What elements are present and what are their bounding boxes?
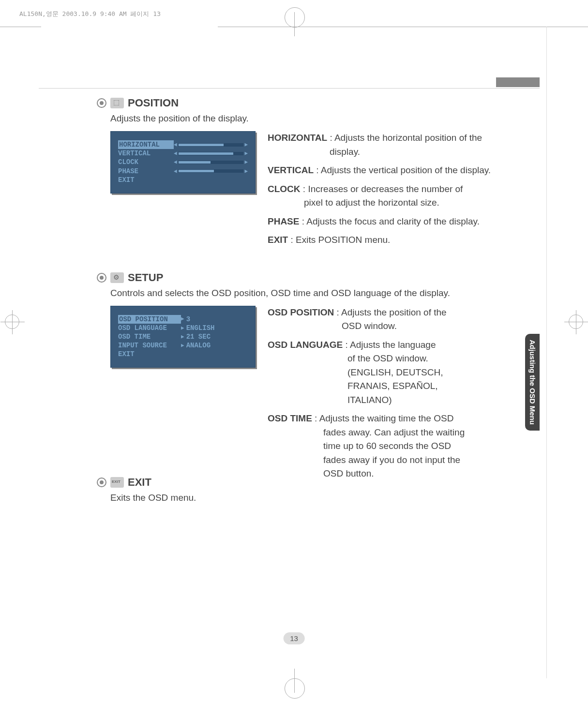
definition-term: VERTICAL bbox=[268, 165, 314, 175]
definition-text: : Adjusts the waiting time the OSD bbox=[312, 413, 454, 423]
definition-term: OSD LANGUAGE bbox=[268, 340, 343, 350]
section-title: EXIT bbox=[128, 476, 151, 489]
slider-left-arrow-icon: ◀ bbox=[174, 141, 177, 148]
right-arrow-icon: ▶ bbox=[181, 325, 184, 331]
right-arrow-icon: ▶ bbox=[181, 315, 184, 322]
definition-term: OSD POSITION bbox=[268, 307, 334, 317]
osd-label: OSD TIME bbox=[118, 332, 181, 341]
osd-row: OSD POSITION▶ 3 bbox=[118, 315, 248, 324]
section-description: Exits the OSD menu. bbox=[110, 493, 540, 503]
definition-text: : Increases or decreases the number of bbox=[301, 184, 463, 194]
definition: VERTICAL : Adjusts the vertical position… bbox=[268, 164, 540, 178]
right-arrow-icon: ▶ bbox=[181, 333, 184, 340]
slider-right-arrow-icon: ▶ bbox=[244, 150, 248, 157]
section-header: SETUP bbox=[97, 271, 540, 284]
osd-label: EXIT bbox=[118, 176, 174, 184]
definition-continuation: of the OSD window. bbox=[268, 352, 540, 366]
thumb-tab-top bbox=[496, 77, 540, 87]
definition-text: : Adjusts the focus and clarity of the d… bbox=[299, 216, 479, 226]
slider-left-arrow-icon: ◀ bbox=[174, 168, 177, 175]
crop-line-left bbox=[0, 27, 41, 27]
definition: OSD LANGUAGE : Adjusts the languageof th… bbox=[268, 338, 540, 407]
osd-slider: ◀▶ bbox=[174, 141, 248, 148]
osd-value: ▶ ENGLISH bbox=[181, 324, 214, 332]
setup-definitions: OSD POSITION : Adjusts the position of t… bbox=[268, 306, 540, 486]
osd-row: EXIT bbox=[118, 176, 248, 184]
definition: OSD POSITION : Adjusts the position of t… bbox=[268, 306, 540, 333]
definition-text: : Adjusts the position of the bbox=[334, 307, 446, 317]
osd-row: OSD TIME▶ 21 SEC bbox=[118, 332, 248, 341]
slider-track bbox=[178, 143, 244, 147]
section-title: SETUP bbox=[128, 271, 163, 284]
osd-value-text: ENGLISH bbox=[186, 324, 215, 332]
definition-continuation: OSD window. bbox=[268, 319, 540, 333]
definition-continuation: time up to 60 seconds the OSD bbox=[268, 439, 540, 453]
slider-track bbox=[178, 169, 244, 173]
section-header: POSITION bbox=[97, 97, 540, 109]
slider-track bbox=[178, 152, 244, 155]
osd-row: OSD LANGUAGE▶ ENGLISH bbox=[118, 324, 248, 332]
registration-right bbox=[569, 314, 583, 329]
definition: CLOCK : Increases or decreases the numbe… bbox=[268, 182, 540, 210]
osd-value-text: 21 SEC bbox=[186, 332, 211, 341]
osd-row: HORIZONTAL◀▶ bbox=[118, 140, 248, 149]
print-header: AL150N,영문 2003.10.9 9:40 AM 페이지 13 bbox=[19, 10, 161, 18]
definition: PHASE : Adjusts the focus and clarity of… bbox=[268, 215, 540, 229]
section-description: Adjusts the position of the display. bbox=[110, 113, 540, 124]
osd-position-screenshot: HORIZONTAL◀▶VERTICAL◀▶CLOCK◀▶PHASE◀▶EXIT bbox=[110, 131, 256, 194]
osd-label: EXIT bbox=[118, 350, 181, 358]
osd-label: VERTICAL bbox=[118, 149, 174, 158]
osd-slider: ◀▶ bbox=[174, 168, 248, 175]
definition-continuation: pixel to adjust the horizontal size. bbox=[268, 196, 540, 210]
bullet-icon bbox=[97, 478, 106, 487]
page-number: 13 bbox=[283, 632, 305, 644]
slider-right-arrow-icon: ▶ bbox=[244, 159, 248, 165]
osd-value-text: ANALOG bbox=[186, 341, 211, 350]
section-title: POSITION bbox=[128, 97, 179, 109]
definition-term: HORIZONTAL bbox=[268, 133, 327, 143]
crop-line bbox=[218, 27, 588, 27]
registration-left bbox=[5, 314, 19, 329]
osd-value: ▶ ANALOG bbox=[181, 341, 211, 350]
right-arrow-icon: ▶ bbox=[181, 342, 184, 349]
definition-term: EXIT bbox=[268, 235, 288, 245]
definition: EXIT : Exits POSITION menu. bbox=[268, 233, 540, 247]
osd-row: INPUT SOURCE▶ ANALOG bbox=[118, 341, 248, 350]
bullet-icon bbox=[97, 98, 106, 108]
osd-value: ▶ 21 SEC bbox=[181, 332, 211, 341]
definition: HORIZONTAL : Adjusts the horizontal posi… bbox=[268, 131, 540, 159]
definition-continuation: display. bbox=[268, 145, 540, 159]
slider-right-arrow-icon: ▶ bbox=[244, 141, 248, 148]
setup-osd-icon bbox=[110, 272, 124, 283]
page-content: POSITION Adjusts the position of the dis… bbox=[97, 97, 540, 523]
position-definitions: HORIZONTAL : Adjusts the horizontal posi… bbox=[268, 131, 540, 252]
osd-label: PHASE bbox=[118, 167, 174, 176]
definition-term: PHASE bbox=[268, 216, 299, 226]
page-edge-right bbox=[546, 27, 547, 678]
osd-row: EXIT bbox=[118, 350, 248, 358]
osd-slider: ◀▶ bbox=[174, 159, 248, 165]
definition-text: : Adjusts the horizontal position of the bbox=[327, 133, 482, 143]
definition-continuation: OSD button. bbox=[268, 467, 540, 481]
section-position: POSITION Adjusts the position of the dis… bbox=[97, 97, 540, 252]
slider-track bbox=[178, 161, 244, 164]
side-tab: Adjusting the OSD Menu bbox=[525, 334, 540, 431]
definition-text: : Exits POSITION menu. bbox=[288, 235, 390, 245]
position-osd-icon bbox=[110, 98, 124, 108]
definition-continuation: fades away. Can adjust the waiting bbox=[268, 426, 540, 440]
section-description: Controls and selects the OSD position, O… bbox=[110, 288, 540, 299]
osd-row: VERTICAL◀▶ bbox=[118, 149, 248, 158]
definition-term: CLOCK bbox=[268, 184, 301, 194]
osd-label: OSD LANGUAGE bbox=[118, 324, 181, 332]
slider-left-arrow-icon: ◀ bbox=[174, 159, 177, 165]
slider-right-arrow-icon: ▶ bbox=[244, 168, 248, 175]
definition-continuation: ITALIANO) bbox=[268, 393, 540, 407]
osd-label: CLOCK bbox=[118, 158, 174, 166]
bullet-icon bbox=[97, 273, 106, 283]
osd-setup-screenshot: OSD POSITION▶ 3OSD LANGUAGE▶ ENGLISHOSD … bbox=[110, 306, 256, 368]
section-setup: SETUP Controls and selects the OSD posit… bbox=[97, 271, 540, 486]
definition-term: OSD TIME bbox=[268, 413, 312, 423]
definition-continuation: fades away if you do not input the bbox=[268, 453, 540, 467]
osd-row: PHASE◀▶ bbox=[118, 167, 248, 176]
definition-continuation: (ENGLISH, DEUTSCH, bbox=[268, 366, 540, 380]
